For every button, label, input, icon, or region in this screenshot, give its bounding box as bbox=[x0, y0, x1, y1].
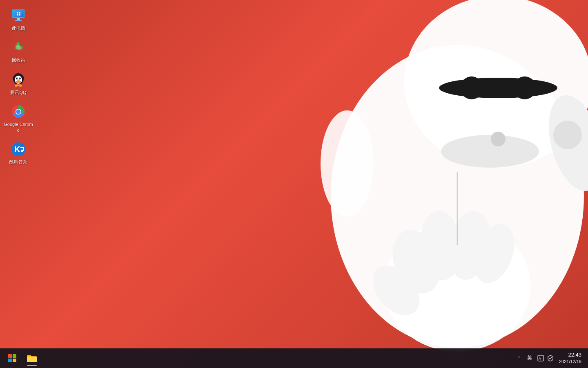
system-tray: ⌃ 英 A bbox=[516, 354, 554, 362]
taskbar: ⌃ 英 A bbox=[0, 348, 588, 368]
svg-rect-24 bbox=[17, 12, 18, 13]
svg-point-36 bbox=[13, 76, 15, 80]
file-explorer-taskbar-button[interactable] bbox=[23, 349, 41, 367]
desktop-icon-qq[interactable]: 腾讯QQ bbox=[2, 68, 35, 99]
tray-expand-button[interactable]: ⌃ bbox=[516, 355, 522, 361]
svg-rect-21 bbox=[13, 10, 24, 17]
desktop-icon-kuwo[interactable]: K 酷狗音乐 bbox=[2, 138, 35, 168]
desktop-icon-chrome[interactable]: Google Chrome bbox=[2, 100, 35, 137]
computer-icon-label: 此电脑 bbox=[12, 25, 25, 31]
desktop-icons: 此电脑 回收站 bbox=[0, 0, 37, 174]
wallpaper-character bbox=[220, 0, 588, 356]
svg-rect-27 bbox=[19, 14, 20, 16]
svg-rect-26 bbox=[17, 14, 18, 16]
start-button[interactable] bbox=[3, 349, 21, 367]
recycle-icon bbox=[10, 39, 27, 56]
taskbar-left bbox=[0, 349, 41, 367]
clock[interactable]: 22:43 2021/12/19 bbox=[557, 350, 583, 366]
kuwo-icon-label: 酷狗音乐 bbox=[9, 159, 27, 165]
svg-rect-51 bbox=[8, 359, 12, 362]
svg-rect-22 bbox=[17, 18, 20, 20]
taskbar-right: ⌃ 英 A bbox=[516, 350, 588, 366]
desktop-icon-recycle[interactable]: 回收站 bbox=[2, 36, 35, 66]
svg-point-16 bbox=[553, 121, 582, 149]
svg-rect-52 bbox=[13, 359, 16, 362]
kuwo-icon: K bbox=[10, 141, 27, 157]
svg-rect-23 bbox=[15, 20, 22, 21]
svg-text:A: A bbox=[539, 357, 541, 361]
recycle-icon-label: 回收站 bbox=[12, 57, 25, 63]
ime-icon[interactable]: A bbox=[537, 355, 544, 362]
qq-icon bbox=[10, 72, 27, 88]
svg-point-2 bbox=[441, 135, 539, 168]
svg-point-33 bbox=[17, 78, 18, 79]
svg-rect-25 bbox=[19, 12, 20, 13]
svg-point-28 bbox=[16, 45, 21, 50]
svg-text:K: K bbox=[14, 145, 20, 154]
svg-point-37 bbox=[22, 76, 24, 80]
svg-rect-50 bbox=[13, 354, 16, 358]
chrome-icon-label: Google Chrome bbox=[4, 121, 33, 133]
svg-rect-49 bbox=[8, 354, 12, 358]
clock-date: 2021/12/19 bbox=[559, 359, 581, 365]
monitor-icon bbox=[10, 7, 27, 24]
desktop-icon-computer[interactable]: 此电脑 bbox=[2, 4, 35, 34]
svg-rect-48 bbox=[20, 147, 24, 148]
qq-icon-label: 腾讯QQ bbox=[10, 90, 26, 95]
desktop: 此电脑 回收站 bbox=[0, 0, 588, 368]
svg-point-43 bbox=[16, 109, 21, 114]
svg-point-34 bbox=[20, 78, 20, 79]
language-indicator[interactable]: 英 bbox=[525, 354, 535, 362]
security-icon[interactable] bbox=[547, 355, 554, 362]
chrome-icon bbox=[10, 103, 27, 120]
svg-point-46 bbox=[21, 150, 23, 152]
svg-point-17 bbox=[321, 110, 374, 217]
svg-point-7 bbox=[491, 132, 506, 146]
svg-rect-40 bbox=[16, 81, 21, 83]
clock-time: 22:43 bbox=[568, 351, 581, 359]
svg-point-35 bbox=[17, 79, 20, 81]
